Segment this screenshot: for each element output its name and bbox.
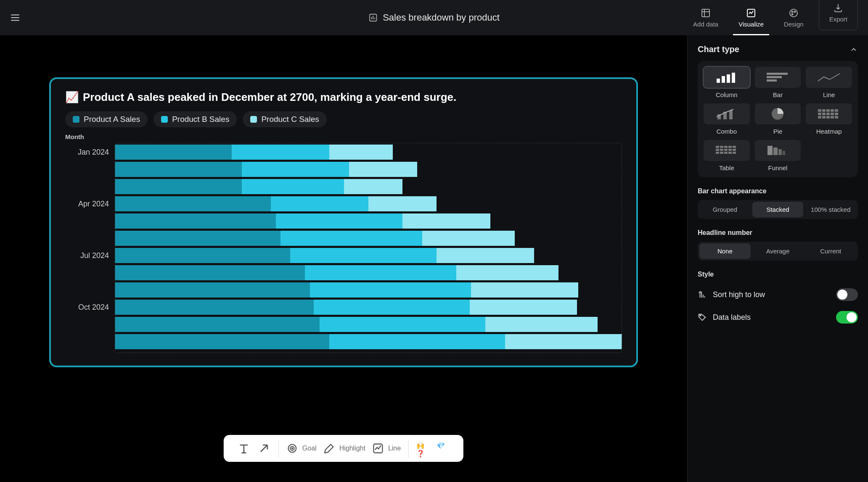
chart-type-combo[interactable]: Combo: [704, 103, 750, 135]
bar-segment[interactable]: [232, 145, 329, 160]
bar-row[interactable]: [115, 300, 622, 315]
bar-segment[interactable]: [115, 196, 271, 211]
pie-icon: [755, 103, 801, 124]
headline-average[interactable]: Average: [752, 243, 804, 259]
chart-type-bar[interactable]: Bar: [755, 67, 801, 98]
bar-segment[interactable]: [115, 317, 320, 332]
bar-segment[interactable]: [470, 300, 577, 315]
svg-rect-51: [733, 152, 736, 154]
bar-segment[interactable]: [344, 179, 402, 194]
svg-rect-29: [826, 113, 830, 115]
bar-row[interactable]: [115, 231, 622, 246]
bar-segment[interactable]: [115, 300, 314, 315]
bar-segment[interactable]: [276, 213, 403, 229]
text-tool-button[interactable]: [237, 442, 251, 455]
svg-rect-30: [831, 113, 834, 115]
bar-segment[interactable]: [115, 145, 232, 160]
menu-button[interactable]: [7, 9, 24, 26]
bar-segment[interactable]: [115, 248, 290, 263]
bar-row[interactable]: [115, 282, 622, 298]
appearance-stacked[interactable]: Stacked: [752, 202, 804, 217]
bar-row[interactable]: [115, 248, 622, 263]
section-title: Chart type: [698, 45, 739, 54]
legend-item[interactable]: Product C Sales: [243, 111, 326, 127]
bar-segment[interactable]: [310, 282, 471, 298]
bar-segment[interactable]: [115, 334, 329, 349]
chart-type-heatmap[interactable]: Heatmap: [806, 103, 852, 135]
appearance-title: Bar chart appearance: [698, 187, 858, 195]
tab-add-data[interactable]: Add data: [683, 0, 728, 35]
svg-rect-46: [733, 149, 736, 151]
bar-segment[interactable]: [115, 265, 305, 280]
bar-segment[interactable]: [242, 162, 349, 177]
bar-segment[interactable]: [314, 300, 470, 315]
bar-segment[interactable]: [115, 179, 242, 194]
bar-segment[interactable]: [242, 179, 344, 194]
svg-rect-45: [728, 149, 732, 151]
svg-rect-54: [778, 149, 782, 155]
bar-segment[interactable]: [281, 231, 422, 246]
svg-rect-38: [720, 146, 723, 148]
bar-row[interactable]: [115, 317, 622, 332]
svg-rect-13: [727, 74, 730, 83]
bar-segment[interactable]: [329, 334, 505, 349]
y-tick: Jul 2024: [65, 248, 115, 263]
bar-segment[interactable]: [368, 196, 437, 211]
bar-segment[interactable]: [290, 248, 437, 263]
bar-segment[interactable]: [320, 317, 485, 332]
bar-segment[interactable]: [505, 334, 622, 349]
legend-item[interactable]: Product B Sales: [153, 111, 237, 127]
bar-segment[interactable]: [485, 317, 598, 332]
svg-rect-22: [818, 109, 821, 112]
bar-row[interactable]: [115, 145, 622, 160]
chart-card[interactable]: 📈 Product A sales peaked in December at …: [49, 77, 638, 367]
sticker-hands-icon[interactable]: 🙌❓: [416, 442, 430, 455]
goal-button[interactable]: Goal: [286, 442, 317, 454]
bar-segment[interactable]: [422, 231, 515, 246]
bar-segment[interactable]: [349, 162, 417, 177]
export-button[interactable]: Export: [819, 0, 858, 30]
sort-toggle[interactable]: [836, 288, 858, 301]
bar-segment[interactable]: [456, 265, 559, 280]
chart-type-funnel[interactable]: Funnel: [755, 140, 801, 171]
tab-visualize[interactable]: Visualize: [728, 0, 774, 35]
canvas[interactable]: 📈 Product A sales peaked in December at …: [0, 35, 687, 482]
bar-segment[interactable]: [115, 231, 281, 246]
bar-row[interactable]: [115, 334, 622, 349]
line-button[interactable]: Line: [372, 442, 401, 454]
bar-row[interactable]: [115, 265, 622, 280]
svg-rect-1: [702, 9, 709, 17]
headline-current[interactable]: Current: [805, 243, 856, 259]
svg-point-56: [700, 315, 701, 316]
appearance-grouped[interactable]: Grouped: [699, 202, 751, 217]
bar-row[interactable]: [115, 213, 622, 229]
bar-segment[interactable]: [402, 213, 490, 229]
bar-segment[interactable]: [305, 265, 456, 280]
bar-segment[interactable]: [115, 282, 310, 298]
sticker-diamond-icon[interactable]: 💎: [437, 442, 450, 455]
bar-segment[interactable]: [271, 196, 368, 211]
bar-row[interactable]: [115, 179, 622, 194]
legend-item[interactable]: Product A Sales: [65, 111, 148, 127]
chart-type-pie[interactable]: Pie: [755, 103, 801, 135]
bar-segment[interactable]: [329, 145, 393, 160]
bar-row[interactable]: [115, 196, 622, 211]
bar-segment[interactable]: [115, 213, 276, 229]
section-chart-type[interactable]: Chart type: [698, 45, 858, 54]
arrow-tool-button[interactable]: [257, 442, 271, 455]
bar-segment[interactable]: [437, 248, 534, 263]
highlight-button[interactable]: Highlight: [323, 442, 365, 454]
headline-none[interactable]: None: [699, 243, 751, 259]
chart-type-table[interactable]: Table: [704, 140, 750, 171]
bar-segment[interactable]: [471, 282, 578, 298]
chart-type-column[interactable]: Column: [704, 67, 750, 98]
appearance-100stacked[interactable]: 100% stacked: [805, 202, 856, 217]
tab-design[interactable]: Design: [774, 0, 814, 35]
svg-rect-34: [826, 116, 830, 119]
data-labels-toggle[interactable]: [836, 311, 858, 324]
bar-segment[interactable]: [115, 162, 242, 177]
chart-type-line[interactable]: Line: [806, 67, 852, 98]
type-label: Table: [719, 164, 734, 171]
bar-row[interactable]: [115, 162, 622, 177]
y-tick: Oct 2024: [65, 300, 115, 315]
